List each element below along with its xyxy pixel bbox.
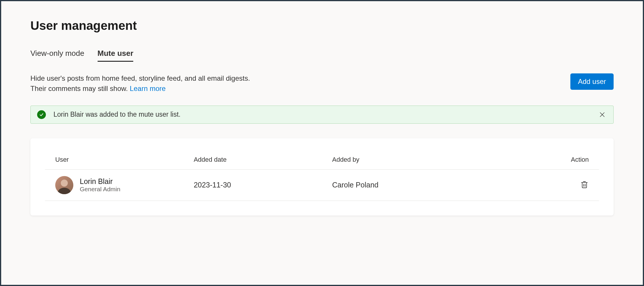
users-table-card: User Added date Added by Action Lorin Bl…	[30, 138, 614, 216]
table-row: Lorin Blair General Admin 2023-11-30 Car…	[45, 170, 599, 201]
checkmark-icon	[37, 110, 46, 119]
user-role: General Admin	[80, 186, 120, 193]
added-by: Carole Poland	[332, 181, 554, 189]
tabs: View-only mode Mute user	[30, 49, 614, 62]
avatar	[55, 176, 73, 194]
description-text: Hide user's posts from home feed, storyl…	[30, 73, 250, 94]
table-header: User Added date Added by Action	[45, 150, 599, 170]
users-table: User Added date Added by Action Lorin Bl…	[45, 150, 599, 201]
header-row: Hide user's posts from home feed, storyl…	[30, 73, 614, 94]
description-line2: Their comments may still show.	[30, 85, 130, 92]
th-added-by: Added by	[332, 156, 554, 163]
alert-message: Lorin Blair was added to the mute user l…	[53, 111, 598, 118]
description-line1: Hide user's posts from home feed, storyl…	[30, 74, 250, 82]
learn-more-link[interactable]: Learn more	[130, 85, 166, 92]
success-alert: Lorin Blair was added to the mute user l…	[30, 106, 614, 124]
tab-mute-user[interactable]: Mute user	[98, 49, 134, 62]
action-cell	[554, 180, 589, 190]
th-user: User	[55, 156, 194, 163]
close-icon[interactable]	[598, 110, 607, 119]
th-action: Action	[554, 156, 589, 163]
trash-icon	[580, 180, 589, 190]
tab-view-only-mode[interactable]: View-only mode	[30, 49, 84, 62]
add-user-button[interactable]: Add user	[570, 73, 614, 90]
delete-button[interactable]	[580, 180, 589, 190]
page-title: User management	[30, 19, 614, 33]
th-added-date: Added date	[194, 156, 332, 163]
user-name: Lorin Blair	[80, 177, 120, 186]
added-date: 2023-11-30	[194, 181, 332, 189]
user-cell: Lorin Blair General Admin	[55, 176, 194, 194]
